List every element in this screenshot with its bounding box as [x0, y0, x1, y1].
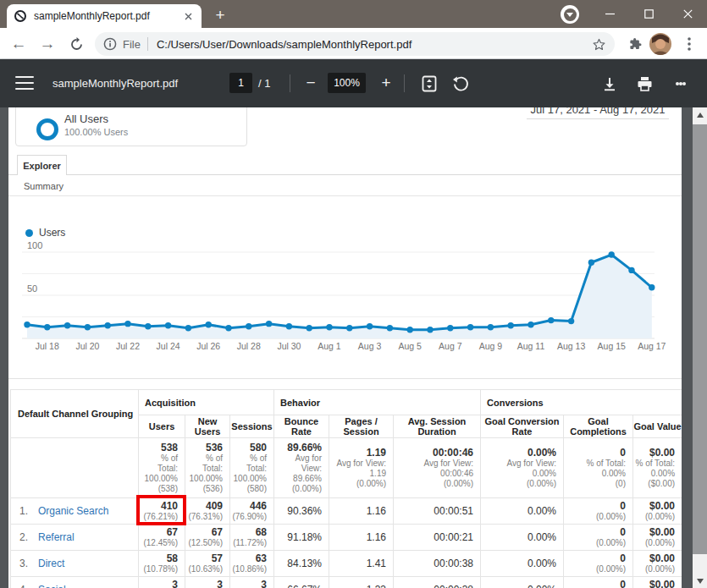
legend-label: Users: [39, 227, 65, 239]
data-point[interactable]: [568, 318, 574, 324]
reload-button[interactable]: [64, 32, 88, 56]
metric-cell: 67(12.45%): [139, 525, 185, 551]
metric-cell: 66.67%: [274, 577, 329, 588]
data-point[interactable]: [307, 325, 312, 331]
segment-name: All Users: [64, 113, 108, 125]
data-point[interactable]: [326, 324, 332, 330]
data-point[interactable]: [387, 325, 393, 331]
pdf-menu-icon[interactable]: [15, 76, 34, 94]
table-row: 1.Organic Search410(76.21%)409(76.31%)44…: [11, 498, 682, 525]
data-point[interactable]: [266, 321, 272, 327]
channel-grouping-table: Default Channel GroupingAcquisitionBehav…: [10, 389, 682, 588]
subtab-summary[interactable]: Summary: [24, 181, 64, 191]
y-axis-tick: 50: [27, 283, 37, 294]
minimize-button[interactable]: [590, 0, 629, 28]
data-point[interactable]: [588, 260, 594, 266]
channel-link[interactable]: Referral: [38, 531, 75, 543]
tab-search-button[interactable]: [561, 5, 579, 24]
metric-cell: 3(0.52%): [230, 577, 274, 588]
data-point[interactable]: [246, 323, 251, 329]
column-header-dimension[interactable]: Default Channel Grouping: [11, 390, 139, 438]
channel-link[interactable]: Direct: [38, 558, 64, 569]
data-point[interactable]: [407, 327, 413, 332]
channel-link[interactable]: Organic Search: [38, 505, 108, 517]
page-info-icon[interactable]: [103, 37, 117, 51]
column-header-metric[interactable]: Goal Value: [633, 415, 682, 438]
rotate-button[interactable]: [450, 74, 471, 94]
metric-cell: 00:00:51: [394, 498, 481, 525]
page-number-input[interactable]: 1: [229, 73, 252, 93]
tab-close-icon[interactable]: [181, 9, 195, 23]
x-axis-tick: Aug 1: [318, 341, 341, 351]
back-button[interactable]: ←: [7, 32, 30, 56]
column-header-metric[interactable]: Bounce Rate: [274, 415, 329, 438]
metric-cell-highlighted: 410(76.21%): [139, 498, 185, 525]
tab-explorer[interactable]: Explorer: [17, 155, 67, 175]
new-tab-button[interactable]: +: [210, 5, 230, 25]
channel-link[interactable]: Social: [38, 584, 66, 588]
data-point[interactable]: [286, 323, 292, 329]
data-point[interactable]: [488, 324, 494, 330]
data-point[interactable]: [145, 323, 151, 329]
data-point[interactable]: [225, 325, 231, 331]
data-point[interactable]: [346, 325, 352, 331]
data-point[interactable]: [85, 324, 91, 330]
scroll-down-icon[interactable]: [693, 574, 707, 588]
scroll-up-icon[interactable]: [693, 107, 707, 122]
pdf-more-options-kebab-icon[interactable]: [671, 74, 691, 94]
extensions-puzzle-icon[interactable]: [624, 33, 646, 55]
close-button[interactable]: [668, 0, 707, 28]
zoom-out-button[interactable]: −: [301, 74, 321, 94]
data-point[interactable]: [508, 322, 514, 328]
column-header-metric[interactable]: Pages / Session: [329, 415, 394, 438]
toolbar-divider: [404, 74, 405, 92]
x-axis-tick: Jul 30: [277, 341, 301, 351]
data-point[interactable]: [105, 322, 111, 328]
date-range[interactable]: Jul 17, 2021 - Aug 17, 2021: [527, 107, 669, 119]
pdf-scrollbar[interactable]: [693, 107, 707, 588]
zoom-level-input[interactable]: 100%: [328, 73, 366, 93]
column-header-metric[interactable]: Avg. Session Duration: [394, 415, 481, 438]
url-text: C:/Users/User/Downloads/sampleMonthlyRep…: [157, 38, 592, 51]
fit-to-page-button[interactable]: [419, 74, 439, 94]
column-header-metric[interactable]: New Users: [185, 415, 230, 438]
data-point[interactable]: [185, 325, 191, 331]
metric-cell: 00:00:21: [394, 525, 481, 551]
profile-avatar[interactable]: [649, 33, 671, 55]
data-point[interactable]: [367, 323, 373, 329]
data-point[interactable]: [609, 251, 615, 257]
forward-button[interactable]: →: [36, 32, 59, 56]
print-button[interactable]: [634, 74, 655, 94]
scrollbar-thumb[interactable]: [693, 124, 707, 554]
metric-cell: $0.00(0.00%): [633, 498, 682, 525]
address-bar[interactable]: File C:/Users/User/Downloads/sampleMonth…: [95, 32, 615, 56]
bookmark-star-icon[interactable]: [592, 37, 606, 52]
column-header-metric[interactable]: Goal Completions: [564, 415, 633, 438]
data-point[interactable]: [165, 322, 171, 328]
maximize-button[interactable]: [629, 0, 668, 28]
data-point[interactable]: [44, 324, 50, 330]
data-point[interactable]: [427, 327, 433, 332]
data-point[interactable]: [467, 324, 473, 330]
browser-menu-kebab-icon[interactable]: [678, 33, 700, 55]
data-point[interactable]: [64, 322, 70, 328]
segment-card[interactable]: All Users 100.00% Users: [15, 107, 247, 146]
data-point[interactable]: [447, 325, 453, 331]
column-header-metric[interactable]: Sessions: [230, 415, 274, 438]
data-point[interactable]: [649, 284, 655, 290]
column-header-metric[interactable]: Users: [139, 415, 185, 438]
data-point[interactable]: [124, 321, 130, 327]
metric-cell: 0.00%: [481, 525, 564, 551]
data-point[interactable]: [628, 267, 634, 273]
x-axis-tick: Aug 5: [398, 341, 422, 351]
column-header-metric[interactable]: Goal Conversion Rate: [481, 415, 564, 438]
data-point[interactable]: [527, 321, 533, 327]
data-point[interactable]: [24, 321, 30, 327]
row-rank: 2.: [19, 531, 38, 543]
data-point[interactable]: [206, 321, 212, 327]
x-axis-tick: Jul 28: [237, 341, 261, 351]
browser-tab[interactable]: sampleMonthlyReport.pdf: [7, 4, 202, 28]
download-button[interactable]: [599, 74, 620, 94]
data-point[interactable]: [548, 317, 554, 323]
zoom-in-button[interactable]: +: [376, 74, 396, 94]
